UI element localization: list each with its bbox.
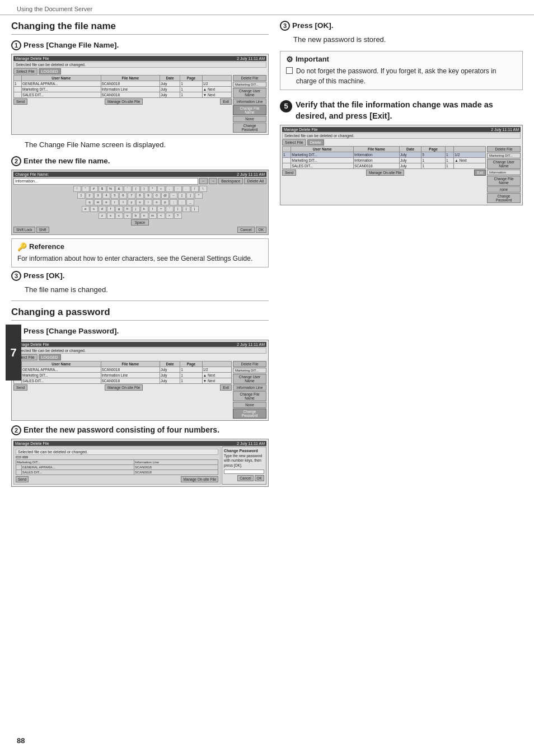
kb-key[interactable]: &	[115, 186, 123, 192]
kb-key[interactable]: k	[140, 206, 148, 212]
kb-key[interactable]: /	[191, 186, 199, 192]
kb-key[interactable]: e	[102, 199, 110, 205]
kb-key[interactable]: w	[94, 199, 102, 205]
kb-key[interactable]: "	[82, 186, 90, 192]
kb-key[interactable]: m	[149, 213, 157, 219]
kb-key[interactable]: c	[115, 213, 123, 219]
ms1-tab2[interactable]: LOGGED	[39, 68, 61, 74]
kb-key[interactable]: z	[99, 213, 106, 219]
kb-key[interactable]: x	[107, 213, 115, 219]
kb-key[interactable]: '	[124, 186, 132, 192]
kb-key[interactable]: t	[119, 199, 127, 205]
kb-key[interactable]: [	[178, 192, 186, 199]
kb-fwd-btn[interactable]: →	[209, 178, 217, 184]
kb-key[interactable]: p	[161, 199, 169, 205]
kb-key[interactable]: #	[90, 186, 98, 192]
ms1-manage-btn[interactable]: Manage On-site File	[105, 98, 143, 105]
ms5-side-change-pwd[interactable]: Change Password	[487, 193, 521, 203]
kb-key[interactable]: +	[157, 186, 165, 192]
ms1-tab1[interactable]: Select File	[13, 68, 38, 74]
kb-key[interactable]: a	[82, 206, 90, 212]
kb-key[interactable]: d	[99, 206, 106, 212]
ms5-side-change-fname[interactable]: Change File Name	[487, 176, 521, 186]
kb-key[interactable]: |	[174, 206, 182, 212]
kb-key[interactable]: 8	[136, 192, 144, 199]
kb-key[interactable]: y	[128, 199, 135, 205]
ms3-side-delete[interactable]: Delete File	[233, 361, 266, 367]
kb-key[interactable]: @	[161, 192, 169, 199]
ms3-side-change-fname[interactable]: Change File Name	[233, 391, 266, 401]
kb-key[interactable]: n	[140, 213, 148, 219]
kb-shift-btn[interactable]: Shift	[36, 227, 49, 233]
kb-backspace-btn[interactable]: Backspace	[218, 178, 243, 184]
ms1-exit-btn[interactable]: Exit	[220, 98, 232, 105]
ms5-side-delete[interactable]: Delete File	[487, 146, 521, 152]
kb-key[interactable]: :	[178, 199, 186, 205]
ms4-manage-btn[interactable]: Manage On-site File	[181, 476, 218, 482]
kb-key[interactable]: ^	[195, 192, 203, 199]
kb-key[interactable]: _	[186, 199, 194, 205]
ms3-manage-btn[interactable]: Manage On-site File	[105, 384, 143, 391]
kb-shiftlock-btn[interactable]: Shift Lock	[13, 227, 35, 233]
ms5-side-change-uname[interactable]: Change User Name	[487, 159, 521, 169]
kb-key[interactable]: h	[124, 206, 132, 212]
kb-key[interactable]: g	[115, 206, 123, 212]
kb-deleteall-btn[interactable]: Delete All	[244, 178, 266, 184]
kb-key[interactable]: l	[149, 206, 157, 212]
kb-key[interactable]: {	[182, 206, 190, 212]
kb-key[interactable]: q	[86, 199, 93, 205]
ms4-ok-btn[interactable]: OK	[255, 475, 264, 481]
kb-key[interactable]: 2	[86, 192, 93, 199]
ms3-send-btn[interactable]: Send	[13, 384, 27, 391]
ms3-side-change-uname[interactable]: Change User Name	[233, 374, 266, 384]
ms1-side-change-pwd[interactable]: Change Password	[233, 123, 266, 133]
kb-key[interactable]: *	[149, 186, 157, 192]
kb-key[interactable]: u	[136, 199, 144, 205]
ms3-tab2[interactable]: LOGGED	[39, 354, 61, 360]
kb-key[interactable]: 6	[119, 192, 127, 199]
ms5-send-btn[interactable]: Send	[282, 170, 296, 176]
kb-key[interactable]: <	[157, 213, 165, 219]
kb-key[interactable]: 3	[94, 192, 102, 199]
ms4-tab2[interactable]	[22, 456, 28, 458]
kb-key[interactable]: r	[111, 199, 119, 205]
kb-back-btn[interactable]: ←	[199, 178, 208, 184]
kb-cancel-btn[interactable]: Cancel	[237, 227, 254, 233]
kb-key[interactable]: ?	[174, 213, 182, 219]
kb-key[interactable]: ;	[170, 199, 177, 205]
ms1-side-change-uname[interactable]: Change User Name	[233, 88, 266, 98]
kb-key[interactable]: >	[166, 213, 174, 219]
kb-key[interactable]: 0	[153, 192, 161, 199]
kb-key[interactable]: b	[132, 213, 140, 219]
kb-key[interactable]: \	[199, 186, 207, 192]
kb-key[interactable]: f	[107, 206, 115, 212]
ms1-side-change-fname[interactable]: Change File Name	[233, 105, 266, 115]
ms3-exit-btn[interactable]: Exit	[220, 384, 232, 391]
kb-key[interactable]: -	[174, 186, 182, 192]
ms5-tab2[interactable]: Delete	[307, 139, 324, 145]
kb-key[interactable]: =	[157, 206, 165, 212]
kb-key[interactable]: 4	[102, 192, 110, 199]
kb-key[interactable]: 7	[128, 192, 135, 199]
kb-key[interactable]: ]	[186, 192, 194, 199]
kb-key[interactable]: )	[140, 186, 148, 192]
kb-key[interactable]: $	[99, 186, 106, 192]
kb-key[interactable]: 1	[77, 192, 85, 199]
kb-key[interactable]: j	[132, 206, 140, 212]
kb-key[interactable]: ,	[166, 186, 174, 192]
kb-key[interactable]: 9	[144, 192, 152, 199]
kb-input[interactable]: Information...	[13, 178, 198, 185]
kb-key[interactable]: o	[153, 199, 161, 205]
kb-ok-btn[interactable]: OK	[256, 227, 266, 233]
kb-key[interactable]: %	[107, 186, 115, 192]
kb-key[interactable]: 5	[111, 192, 119, 199]
kb-key[interactable]: i	[144, 199, 152, 205]
ms1-send-btn[interactable]: Send	[13, 98, 27, 105]
ms4-cancel-btn[interactable]: Cancel	[237, 475, 253, 481]
kb-key[interactable]: v	[124, 213, 132, 219]
kb-key[interactable]: .	[182, 186, 190, 192]
kb-space-btn[interactable]: Space	[131, 219, 149, 226]
ms4-send-btn[interactable]: Send	[16, 476, 29, 482]
kb-key[interactable]: !	[73, 186, 81, 192]
kb-key[interactable]: s	[90, 206, 98, 212]
